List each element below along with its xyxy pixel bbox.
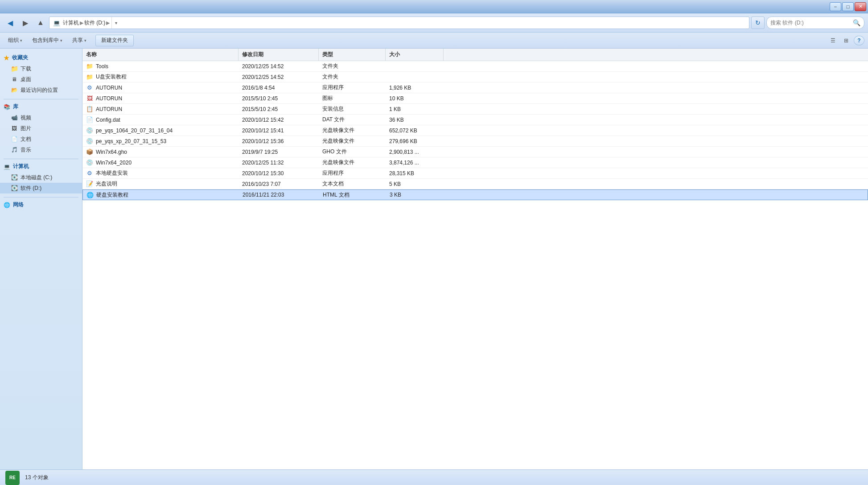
drive-d-label: 软件 (D:)	[21, 185, 41, 192]
nav-bar: ◀ ▶ ▲ 💻 计算机 ▶ 软件 (D:) ▶ ▾ ↻ 🔍	[0, 13, 868, 32]
sidebar-item-recent[interactable]: 📂 最近访问的位置	[0, 85, 82, 95]
status-logo: RE	[5, 471, 20, 485]
sidebar-item-drive-d[interactable]: 💽 软件 (D:)	[0, 183, 82, 193]
file-size-cell: 652,072 KB	[386, 125, 444, 136]
sidebar-divider-1	[4, 99, 78, 99]
file-size-cell: 1,926 KB	[386, 82, 444, 93]
file-type-cell: 光盘映像文件	[319, 125, 386, 136]
sidebar: ★ 收藏夹 📁 下载 🖥 桌面 📂 最近访问的位置 📚 库	[0, 49, 82, 469]
help-button[interactable]: ?	[854, 36, 864, 45]
star-icon: ★	[4, 54, 9, 62]
maximize-button[interactable]: □	[842, 2, 854, 11]
desktop-label: 桌面	[21, 76, 31, 83]
file-name-cell: ⚙ AUTORUN	[82, 82, 239, 93]
file-size: 2,900,813 ...	[389, 149, 419, 155]
table-row[interactable]: ⚙ 本地硬盘安装 2020/10/12 15:30 应用程序 28,315 KB	[82, 168, 868, 179]
network-icon: 🌐	[4, 202, 10, 208]
view-grid-button[interactable]: ⊞	[840, 36, 852, 45]
sidebar-divider-3	[4, 197, 78, 197]
downloads-label: 下载	[21, 65, 31, 73]
sidebar-item-desktop[interactable]: 🖥 桌面	[0, 74, 82, 85]
header-type[interactable]: 类型	[319, 49, 386, 61]
table-row[interactable]: 🖼 AUTORUN 2015/5/10 2:45 图标 10 KB	[82, 93, 868, 104]
sidebar-item-downloads[interactable]: 📁 下载	[0, 63, 82, 74]
sidebar-item-video[interactable]: 📹 视频	[0, 112, 82, 123]
table-row[interactable]: 📦 Win7x64.gho 2019/9/7 19:25 GHO 文件 2,90…	[82, 147, 868, 157]
menubar: 组织 ▾ 包含到库中 ▾ 共享 ▾ 新建文件夹 ☰ ⊞ ?	[0, 33, 868, 49]
file-size-cell: 36 KB	[386, 115, 444, 125]
organize-menu[interactable]: 组织 ▾	[4, 35, 27, 46]
file-name: Win7x64.gho	[96, 149, 127, 155]
forward-button[interactable]: ▶	[19, 16, 32, 29]
sidebar-item-documents[interactable]: 📄 文档	[0, 134, 82, 144]
table-row[interactable]: 💿 Win7x64_2020 2020/12/25 11:32 光盘映像文件 3…	[82, 157, 868, 168]
pictures-label: 图片	[21, 125, 31, 132]
view-list-button[interactable]: ☰	[827, 36, 839, 45]
search-input[interactable]	[770, 20, 851, 26]
include-library-menu[interactable]: 包含到库中 ▾	[28, 35, 67, 46]
file-type-cell: 应用程序	[319, 168, 386, 178]
file-type: 图标	[322, 95, 333, 102]
sidebar-computer-section: 💻 计算机 💽 本地磁盘 (C:) 💽 软件 (D:)	[0, 161, 82, 193]
file-type-icon: 💿	[86, 159, 93, 166]
sidebar-favorites-header[interactable]: ★ 收藏夹	[0, 52, 82, 63]
address-bar[interactable]: 💻 计算机 ▶ 软件 (D:) ▶ ▾	[49, 16, 749, 29]
minimize-button[interactable]: −	[830, 2, 841, 11]
table-row[interactable]: 📝 光盘说明 2016/10/23 7:07 文本文档 5 KB	[82, 179, 868, 189]
header-size[interactable]: 大小	[386, 49, 444, 61]
file-size: 1,926 KB	[389, 85, 411, 91]
file-size-cell: 279,696 KB	[386, 136, 444, 146]
sidebar-computer-header[interactable]: 💻 计算机	[0, 161, 82, 172]
file-name-cell: ⚙ 本地硬盘安装	[82, 168, 239, 178]
close-button[interactable]: ✕	[855, 2, 866, 11]
file-name: 硬盘安装教程	[96, 191, 128, 199]
table-row[interactable]: 📁 U盘安装教程 2020/12/25 14:52 文件夹	[82, 72, 868, 82]
back-button[interactable]: ◀	[4, 16, 17, 29]
sidebar-item-pictures[interactable]: 🖼 图片	[0, 123, 82, 134]
search-icon[interactable]: 🔍	[852, 19, 860, 27]
file-date-cell: 2016/1/8 4:54	[239, 82, 319, 93]
file-date: 2016/1/8 4:54	[242, 85, 275, 91]
drive-c-label: 本地磁盘 (C:)	[21, 174, 52, 181]
favorites-label: 收藏夹	[12, 54, 28, 62]
file-type: 文件夹	[322, 62, 338, 70]
address-path: 计算机 ▶ 软件 (D:) ▶	[63, 19, 110, 27]
file-date: 2020/12/25 14:52	[242, 63, 284, 70]
file-name: 本地硬盘安装	[96, 169, 128, 177]
titlebar: − □ ✕	[0, 0, 868, 13]
table-row[interactable]: 📁 Tools 2020/12/25 14:52 文件夹	[82, 61, 868, 72]
share-menu[interactable]: 共享 ▾	[68, 35, 91, 46]
file-size: 28,315 KB	[389, 170, 414, 177]
file-size: 3 KB	[390, 192, 401, 198]
sidebar-network-header[interactable]: 🌐 网络	[0, 199, 82, 210]
organize-label: 组织	[8, 37, 19, 44]
table-row[interactable]: 💿 pe_yqs_xp_20_07_31_15_53 2020/10/12 15…	[82, 136, 868, 147]
table-row[interactable]: 📄 Config.dat 2020/10/12 15:42 DAT 文件 36 …	[82, 115, 868, 125]
sidebar-item-music[interactable]: 🎵 音乐	[0, 144, 82, 155]
file-name: AUTORUN	[96, 95, 122, 102]
file-size-cell: 28,315 KB	[386, 168, 444, 178]
search-bar[interactable]: 🔍	[766, 16, 864, 29]
address-dropdown-button[interactable]: ▾	[111, 17, 120, 29]
table-row[interactable]: 🌐 硬盘安装教程 2016/11/21 22:03 HTML 文档 3 KB	[82, 189, 868, 200]
file-size: 1 KB	[389, 106, 401, 112]
file-size-cell	[386, 72, 444, 82]
file-size: 279,696 KB	[389, 138, 417, 144]
header-name[interactable]: 名称	[82, 49, 239, 61]
up-button[interactable]: ▲	[34, 16, 47, 29]
header-date[interactable]: 修改日期	[239, 49, 319, 61]
sidebar-library-header[interactable]: 📚 库	[0, 101, 82, 112]
table-row[interactable]: 📋 AUTORUN 2015/5/10 2:45 安装信息 1 KB	[82, 104, 868, 115]
new-folder-button[interactable]: 新建文件夹	[95, 35, 134, 46]
refresh-button[interactable]: ↻	[751, 16, 765, 29]
file-date-cell: 2015/5/10 2:45	[239, 93, 319, 103]
table-row[interactable]: 💿 pe_yqs_1064_20_07_31_16_04 2020/10/12 …	[82, 125, 868, 136]
desktop-icon: 🖥	[11, 76, 18, 83]
file-type-cell: 文件夹	[319, 72, 386, 82]
file-date: 2020/10/12 15:30	[242, 170, 284, 177]
table-row[interactable]: ⚙ AUTORUN 2016/1/8 4:54 应用程序 1,926 KB	[82, 82, 868, 93]
path-sep-1: ▶	[80, 20, 83, 26]
file-date-cell: 2020/10/12 15:42	[239, 115, 319, 125]
sidebar-item-drive-c[interactable]: 💽 本地磁盘 (C:)	[0, 172, 82, 183]
main-content: ★ 收藏夹 📁 下载 🖥 桌面 📂 最近访问的位置 📚 库	[0, 49, 868, 469]
